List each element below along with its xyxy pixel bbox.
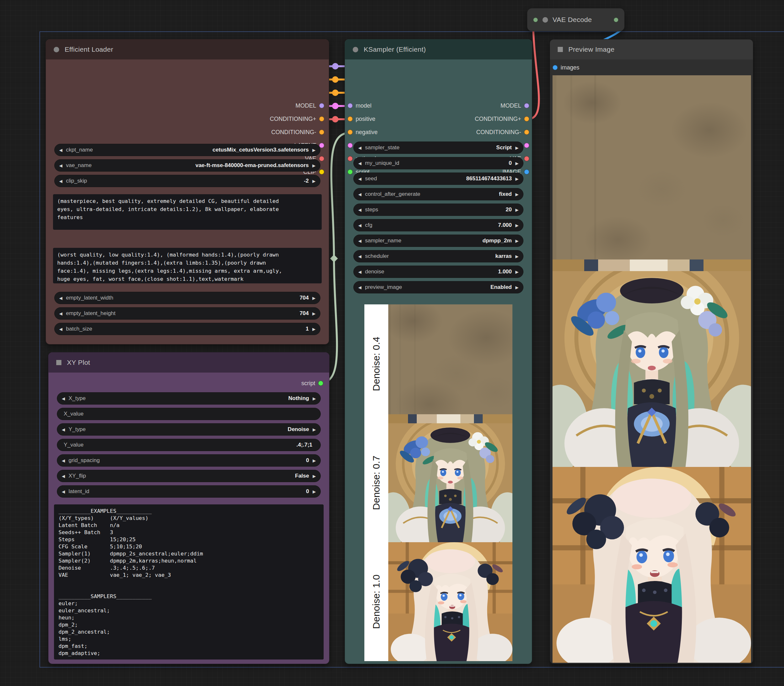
- widget-my-unique-id[interactable]: ◀ my_unique_id 0 ▶: [354, 157, 524, 169]
- decrement-arrow-icon[interactable]: ◀: [62, 428, 65, 432]
- port-dot-clip[interactable]: [319, 169, 324, 175]
- node-collapse-dot-icon[interactable]: [353, 47, 358, 52]
- widget-grid-spacing[interactable]: ◀ grid_spacing 0 ▶: [57, 454, 321, 467]
- collapsed-input-dot[interactable]: [533, 18, 538, 22]
- negative-link-midpoint[interactable]: [332, 90, 339, 96]
- decrement-arrow-icon[interactable]: ◀: [358, 146, 362, 150]
- output-port-conditioning-plus[interactable]: CONDITIONING+: [270, 114, 324, 123]
- decrement-arrow-icon[interactable]: ◀: [358, 177, 362, 181]
- port-dot-model[interactable]: [347, 103, 353, 108]
- negative-prompt-textarea[interactable]: (worst quality, low quality:1.4), (malfo…: [53, 248, 322, 283]
- decrement-arrow-icon[interactable]: ◀: [59, 296, 62, 300]
- input-port-negative[interactable]: negative: [347, 127, 378, 137]
- widget-scheduler[interactable]: ◀ scheduler karras ▶: [354, 250, 524, 262]
- widget-denoise[interactable]: ◀ denoise 1.000 ▶: [354, 266, 524, 278]
- widget-ckpt-name[interactable]: ◀ ckpt_name cetusMix_cetusVersion3.safet…: [54, 144, 321, 156]
- widget-control-after-generate[interactable]: ◀ control_after_generate fixed ▶: [354, 188, 524, 200]
- output-port-conditioning-minus[interactable]: CONDITIONING-: [271, 127, 324, 137]
- increment-arrow-icon[interactable]: ▶: [313, 428, 316, 432]
- output-port-model[interactable]: MODEL: [501, 101, 529, 110]
- increment-arrow-icon[interactable]: ▶: [312, 327, 316, 331]
- increment-arrow-icon[interactable]: ▶: [516, 239, 519, 243]
- decrement-arrow-icon[interactable]: ◀: [59, 312, 62, 316]
- decrement-arrow-icon[interactable]: ◀: [358, 254, 362, 258]
- increment-arrow-icon[interactable]: ▶: [313, 459, 316, 463]
- increment-arrow-icon[interactable]: ▶: [516, 254, 519, 258]
- node-preview-image[interactable]: Preview Image images: [550, 39, 753, 664]
- increment-arrow-icon[interactable]: ▶: [312, 312, 316, 316]
- widget-y-value[interactable]: Y_value .4;.7;1: [57, 439, 321, 451]
- node-graph-canvas[interactable]: Efficient Loader MODEL CONDITIONING+ CON…: [0, 0, 784, 686]
- vae-link-midpoint[interactable]: [332, 116, 339, 122]
- script-link-midpoint[interactable]: [330, 255, 338, 262]
- decrement-arrow-icon[interactable]: ◀: [62, 397, 65, 401]
- widget-latent-id[interactable]: ◀ latent_id 0 ▶: [57, 485, 321, 498]
- port-dot-conditioning-plus[interactable]: [319, 116, 324, 121]
- port-dot-images[interactable]: [553, 65, 558, 70]
- xy-plot-help-textarea[interactable]: __________EXAMPLES___________ (X/Y_types…: [54, 505, 324, 660]
- node-collapse-dot-icon[interactable]: [54, 47, 59, 52]
- port-dot-negative[interactable]: [347, 129, 353, 135]
- increment-arrow-icon[interactable]: ▶: [312, 163, 316, 168]
- widget-x-type[interactable]: ◀ X_type Nothing ▶: [57, 392, 321, 405]
- node-collapse-dot-icon[interactable]: [542, 17, 548, 23]
- decrement-arrow-icon[interactable]: ◀: [59, 163, 62, 168]
- model-link-midpoint[interactable]: [332, 63, 339, 69]
- node-collapse-box-icon[interactable]: [558, 47, 563, 52]
- widget-clip-skip[interactable]: ◀ clip_skip -2 ▶: [54, 175, 321, 187]
- increment-arrow-icon[interactable]: ▶: [516, 223, 519, 227]
- widget-batch-size[interactable]: ◀ batch_size 1 ▶: [54, 323, 321, 335]
- widget-xy-flip[interactable]: ◀ XY_flip False ▶: [57, 470, 321, 482]
- port-dot-optional-vae[interactable]: [347, 156, 353, 161]
- node-header-ksampler[interactable]: KSampler (Efficient): [345, 39, 532, 59]
- increment-arrow-icon[interactable]: ▶: [516, 161, 519, 165]
- port-dot-script[interactable]: [347, 169, 353, 175]
- decrement-arrow-icon[interactable]: ◀: [62, 474, 65, 478]
- positive-link-midpoint[interactable]: [332, 76, 339, 83]
- port-dot-conditioning-plus-out[interactable]: [524, 116, 529, 121]
- increment-arrow-icon[interactable]: ▶: [313, 397, 316, 401]
- widget-seed[interactable]: ◀ seed 865114674433613 ▶: [354, 173, 524, 185]
- increment-arrow-icon[interactable]: ▶: [516, 177, 519, 181]
- port-dot-conditioning-minus[interactable]: [319, 129, 324, 135]
- input-port-images[interactable]: images: [553, 63, 579, 72]
- widget-sampler-name[interactable]: ◀ sampler_name dpmpp_2m ▶: [354, 235, 524, 247]
- decrement-arrow-icon[interactable]: ◀: [358, 285, 362, 289]
- decrement-arrow-icon[interactable]: ◀: [59, 327, 62, 331]
- increment-arrow-icon[interactable]: ▶: [313, 490, 316, 494]
- increment-arrow-icon[interactable]: ▶: [516, 146, 519, 150]
- port-dot-vae-out[interactable]: [524, 156, 529, 161]
- decrement-arrow-icon[interactable]: ◀: [358, 208, 362, 212]
- port-dot-latent-out[interactable]: [524, 143, 529, 148]
- increment-arrow-icon[interactable]: ▶: [312, 148, 316, 152]
- output-port-conditioning-plus[interactable]: CONDITIONING+: [475, 114, 529, 123]
- increment-arrow-icon[interactable]: ▶: [313, 474, 316, 478]
- node-header-efficient-loader[interactable]: Efficient Loader: [46, 39, 329, 59]
- widget-x-value[interactable]: X_value: [57, 408, 321, 420]
- decrement-arrow-icon[interactable]: ◀: [59, 179, 62, 183]
- increment-arrow-icon[interactable]: ▶: [516, 192, 519, 196]
- decrement-arrow-icon[interactable]: ◀: [62, 459, 65, 463]
- output-port-model[interactable]: MODEL: [296, 101, 324, 110]
- collapsed-output-dot[interactable]: [614, 18, 619, 22]
- port-dot-latent-image[interactable]: [347, 143, 353, 148]
- decrement-arrow-icon[interactable]: ◀: [358, 192, 362, 196]
- decrement-arrow-icon[interactable]: ◀: [62, 490, 65, 494]
- port-dot-image-out[interactable]: [524, 169, 529, 175]
- positive-prompt-textarea[interactable]: (masterpiece, best quality, extremely de…: [53, 194, 322, 230]
- node-efficient-loader[interactable]: Efficient Loader MODEL CONDITIONING+ CON…: [46, 39, 329, 345]
- port-dot-positive[interactable]: [347, 116, 353, 121]
- increment-arrow-icon[interactable]: ▶: [312, 296, 316, 300]
- decrement-arrow-icon[interactable]: ◀: [358, 223, 362, 227]
- output-port-conditioning-minus[interactable]: CONDITIONING-: [476, 127, 529, 137]
- node-collapse-box-icon[interactable]: [56, 360, 61, 365]
- node-header-preview-image[interactable]: Preview Image: [550, 39, 753, 59]
- decrement-arrow-icon[interactable]: ◀: [59, 148, 62, 152]
- decrement-arrow-icon[interactable]: ◀: [358, 270, 362, 274]
- node-header-xy-plot[interactable]: XY Plot: [49, 353, 329, 372]
- widget-sampler-state[interactable]: ◀ sampler_state Script ▶: [354, 142, 524, 154]
- output-port-script[interactable]: script: [301, 379, 323, 388]
- node-ksampler-efficient[interactable]: KSampler (Efficient) model positive nega…: [345, 39, 532, 664]
- increment-arrow-icon[interactable]: ▶: [516, 285, 519, 289]
- port-dot-model[interactable]: [319, 103, 324, 108]
